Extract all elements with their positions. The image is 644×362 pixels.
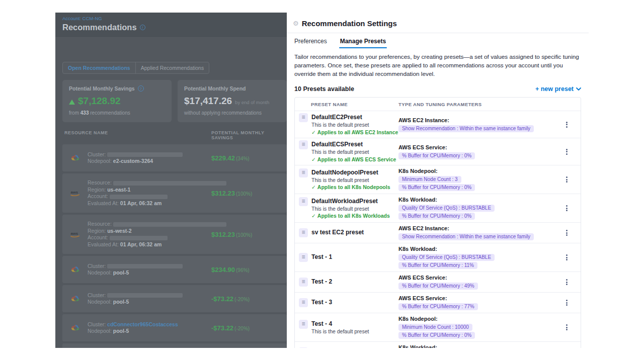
check-icon: ✓ bbox=[311, 213, 316, 219]
kebab-menu-icon[interactable] bbox=[563, 119, 571, 130]
redacted-value bbox=[107, 264, 183, 268]
tuning-parameter-badge: Show Recommendation : Within the same in… bbox=[398, 125, 534, 132]
savings-percent: (-20%) bbox=[234, 297, 250, 302]
column-header-resource-name: RESOURCE NAME bbox=[62, 130, 211, 140]
kebab-menu-icon[interactable] bbox=[563, 146, 571, 157]
app-window: Account: CCM-NG Recommendations i Open R… bbox=[55, 13, 589, 348]
preset-row: ≡ sv test EC2 preset AWS EC2 Instance: S… bbox=[295, 222, 581, 243]
check-icon: ✓ bbox=[311, 129, 316, 135]
table-row[interactable]: Cluster: Nodepool: e2-custom-3264 $229.4… bbox=[62, 144, 287, 171]
presets-count-label: 10 Presets available bbox=[294, 85, 354, 93]
page-title: Recommendations bbox=[62, 23, 137, 32]
kebab-menu-icon[interactable] bbox=[563, 322, 571, 333]
preset-row: ≡ DefaultEC2Preset This is the default p… bbox=[295, 111, 581, 138]
column-header-preset-name: PRESET NAME bbox=[299, 102, 398, 107]
page-header: Account: CCM-NG Recommendations i bbox=[55, 13, 287, 37]
spend-sub-text: without applying recommendations bbox=[184, 110, 280, 116]
potential-monthly-savings-card: Potential Monthly Savings ? $7,128.92 fr… bbox=[62, 80, 172, 122]
savings-percent: (-20%) bbox=[234, 326, 250, 331]
savings-up-icon bbox=[69, 100, 75, 105]
table-row[interactable]: Cluster: cdConnector8590Costaccess Nodep… bbox=[62, 343, 287, 348]
preset-list-icon: ≡ bbox=[299, 253, 308, 262]
preset-row: ≡ DefaultNodepoolPreset This is the defa… bbox=[295, 165, 581, 194]
preset-list-icon: ≡ bbox=[299, 168, 308, 177]
tuning-parameter-badge: % Buffer for CPU/Memory : 0% bbox=[398, 152, 475, 159]
preset-list-icon: ≡ bbox=[299, 140, 308, 149]
tuning-parameter-badge: Show Recommendation : Within the same in… bbox=[398, 233, 534, 240]
new-preset-button[interactable]: + new preset bbox=[535, 85, 581, 93]
table-row[interactable]: aws Resource: Region: us-east-1 Account:… bbox=[62, 173, 287, 213]
savings-percent: (100%) bbox=[236, 191, 252, 197]
drawer-title: Recommendation Settings bbox=[302, 19, 397, 28]
tuning-parameter-badge: Minimum Node Count : 10000 bbox=[398, 324, 472, 331]
tuning-parameter-badge: % Buffer for CPU/Memory : 49% bbox=[398, 283, 478, 290]
check-icon: ✓ bbox=[311, 156, 316, 162]
kebab-menu-icon[interactable] bbox=[563, 174, 571, 185]
savings-amount: -$73.22 bbox=[211, 295, 233, 303]
kebab-menu-icon[interactable] bbox=[563, 298, 571, 308]
table-row[interactable]: Cluster: Nodepool: pool-5 $234.90(96%) bbox=[62, 256, 287, 283]
savings-amount: $229.42 bbox=[211, 154, 235, 162]
kebab-menu-icon[interactable] bbox=[563, 277, 571, 288]
redacted-value bbox=[107, 293, 183, 298]
spend-card-label: Potential Monthly Spend bbox=[184, 85, 246, 92]
savings-percent: (34%) bbox=[236, 156, 250, 161]
help-icon[interactable]: ? bbox=[138, 85, 144, 92]
gcp-icon bbox=[67, 295, 84, 302]
gcp-icon bbox=[67, 324, 84, 331]
table-row[interactable]: aws Resource: Region: us-west-2 Account:… bbox=[62, 215, 287, 254]
gcp-icon bbox=[67, 154, 84, 161]
check-icon: ✓ bbox=[311, 184, 316, 190]
presets-table: PRESET NAME TYPE AND TUNING PARAMETERS ≡… bbox=[294, 97, 581, 348]
tab-manage-presets[interactable]: Manage Presets bbox=[340, 38, 386, 48]
savings-value: $7,128.92 bbox=[78, 96, 121, 107]
table-row[interactable]: Cluster: Nodepool: pool-5 -$73.22(-20%) bbox=[62, 285, 287, 312]
preset-list-icon: ≡ bbox=[299, 197, 308, 206]
tuning-parameter-badge: % Buffer for CPU/Memory : 0% bbox=[398, 332, 475, 339]
table-row[interactable]: Cluster: cdConnector965Costaccess Nodepo… bbox=[62, 314, 287, 341]
savings-amount: -$73.22 bbox=[211, 324, 233, 332]
kebab-menu-icon[interactable] bbox=[563, 347, 571, 348]
preset-row: ≡ Test - 2 AWS ECS Service: % Buffer for… bbox=[295, 272, 581, 292]
redacted-value bbox=[113, 181, 226, 186]
tab-applied-recommendations[interactable]: Applied Recommendations bbox=[135, 62, 209, 73]
preset-list-icon: ≡ bbox=[299, 278, 308, 287]
preset-row: ≡ DefaultECSPreset This is the default p… bbox=[295, 138, 581, 165]
redacted-value bbox=[110, 195, 168, 199]
savings-amount: $312.23 bbox=[211, 190, 235, 197]
kebab-menu-icon[interactable] bbox=[563, 203, 571, 214]
cluster-link[interactable]: cdConnector965Costaccess bbox=[107, 321, 178, 327]
tab-open-recommendations[interactable]: Open Recommendations bbox=[63, 62, 135, 73]
tuning-parameter-badge: % Buffer for CPU/Memory : 0% bbox=[398, 184, 475, 191]
tuning-parameter-badge: Quality Of Service (QoS) : BURSTABLE bbox=[398, 205, 495, 212]
savings-percent: (100%) bbox=[236, 232, 252, 238]
info-icon[interactable]: i bbox=[140, 25, 145, 30]
spend-value-suffix: by end of month bbox=[235, 100, 269, 105]
savings-sub-text: from 433 recommendations bbox=[69, 110, 165, 116]
tab-preferences[interactable]: Preferences bbox=[294, 38, 327, 48]
recommendation-settings-drawer: ⚙ Recommendation Settings Preferences Ma… bbox=[287, 13, 589, 348]
preset-row: ≡ Test - 4 This is the default preset K8… bbox=[295, 313, 581, 341]
kebab-menu-icon[interactable] bbox=[563, 228, 571, 238]
savings-percent: (96%) bbox=[236, 267, 250, 273]
aws-icon: aws bbox=[67, 230, 84, 238]
gcp-icon bbox=[67, 266, 84, 273]
potential-monthly-spend-card: Potential Monthly Spend $17,417.26 by en… bbox=[178, 80, 287, 122]
kebab-menu-icon[interactable] bbox=[563, 252, 571, 263]
redacted-value bbox=[113, 222, 226, 227]
preset-list-icon: ≡ bbox=[299, 347, 308, 348]
gear-icon: ⚙ bbox=[293, 20, 299, 27]
preset-row: ≡ Test - 3 AWS ECS Service: % Buffer for… bbox=[295, 292, 581, 313]
tuning-parameter-badge: % Buffer for CPU/Memory : 11% bbox=[398, 262, 477, 269]
savings-card-label: Potential Monthly Savings bbox=[69, 85, 135, 92]
svg-text:aws: aws bbox=[70, 231, 78, 236]
preset-row: ≡ TestRaj K8s Workload: Quality Of Servi… bbox=[295, 341, 581, 348]
preset-row: ≡ Test - 1 K8s Workload: Quality Of Serv… bbox=[295, 243, 581, 272]
redacted-value bbox=[107, 152, 183, 157]
account-breadcrumb[interactable]: Account: CCM-NG bbox=[62, 16, 280, 21]
savings-amount: $312.23 bbox=[211, 231, 235, 238]
svg-text:aws: aws bbox=[70, 190, 78, 195]
tuning-parameter-badge: Quality Of Service (QoS) : BURSTABLE bbox=[398, 254, 495, 261]
preset-list-icon: ≡ bbox=[299, 298, 308, 307]
chevron-down-icon bbox=[576, 87, 581, 90]
